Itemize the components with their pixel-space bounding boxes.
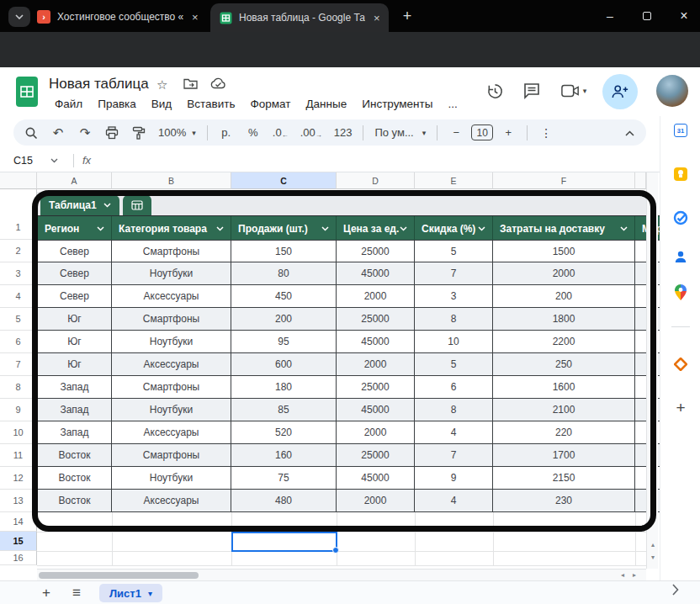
filter-chevron-icon[interactable] <box>400 226 407 231</box>
sheet-tab-list1[interactable]: Лист1 ▾ <box>99 584 162 602</box>
table-cell[interactable]: 3 <box>415 285 493 307</box>
table-cell[interactable]: 150 <box>231 241 337 262</box>
name-box[interactable]: C15 <box>13 155 50 167</box>
name-box-chevron-icon[interactable] <box>50 158 58 163</box>
scroll-down-icon[interactable]: ▾ <box>647 554 659 561</box>
spreadsheet-grid[interactable]: ABCDEF 12345678910111213141516 Таблица1 … <box>0 172 660 580</box>
table-cell[interactable]: Восток <box>37 444 112 466</box>
table-cell[interactable]: 25000 <box>337 376 415 398</box>
table-cell[interactable]: Восток <box>37 490 112 511</box>
table-cell[interactable]: 2000 <box>337 353 415 375</box>
table-cell[interactable]: 1600 <box>493 376 635 398</box>
table-cell[interactable]: 2000 <box>337 285 415 307</box>
table-cell[interactable]: 220 <box>493 421 635 443</box>
show-side-panel-button[interactable] <box>671 584 679 599</box>
table-column-header-1[interactable]: Категория товара <box>112 216 231 241</box>
get-add-ons-button[interactable]: + <box>673 400 688 416</box>
table-cell[interactable]: 25000 <box>337 241 415 262</box>
table-cell[interactable]: 7 <box>415 262 493 284</box>
increase-decimals-button[interactable]: .00→ <box>300 123 322 143</box>
row-header-6[interactable]: 6 <box>0 331 37 353</box>
addon-button[interactable] <box>673 357 688 372</box>
menu-item-3[interactable]: Вставить <box>179 96 242 113</box>
table-cell[interactable]: 25000 <box>337 308 415 330</box>
select-all-corner[interactable] <box>0 172 37 189</box>
paint-format-button[interactable] <box>131 123 146 143</box>
table-cell[interactable]: Север <box>37 262 112 284</box>
font-select[interactable]: По ум...▾ <box>374 123 426 143</box>
window-maximize-button[interactable] <box>628 0 666 32</box>
table-cell[interactable]: Юг <box>37 331 112 352</box>
all-sheets-button[interactable]: ≡ <box>72 585 81 601</box>
contacts-button[interactable] <box>673 249 688 264</box>
table-cell[interactable]: Ноутбуки <box>112 467 231 489</box>
format-percent-button[interactable]: % <box>246 123 261 143</box>
star-document-icon[interactable]: ☆ <box>156 77 167 93</box>
table-cell[interactable]: Запад <box>37 376 112 398</box>
share-button[interactable] <box>602 74 638 109</box>
move-to-folder-icon[interactable] <box>183 77 198 92</box>
table-cell[interactable]: 480 <box>231 490 337 511</box>
sheets-logo-icon[interactable] <box>15 76 39 108</box>
format-currency-button[interactable]: р. <box>219 123 234 143</box>
table-column-header-2[interactable]: Продажи (шт.) <box>231 216 337 241</box>
table-cell[interactable]: 600 <box>231 353 337 375</box>
table-cell[interactable]: Смартфоны <box>112 308 231 330</box>
row-header-8[interactable]: 8 <box>0 376 37 399</box>
table-cell[interactable]: 2000 <box>493 262 635 284</box>
scrollbar-thumb[interactable] <box>39 572 199 579</box>
filter-chevron-icon[interactable] <box>321 226 329 231</box>
table-cell[interactable]: 85 <box>231 399 337 421</box>
row-header-9[interactable]: 9 <box>0 399 37 421</box>
row-header-16[interactable]: 16 <box>0 551 37 565</box>
filter-chevron-icon[interactable] <box>620 226 628 231</box>
filter-chevron-icon[interactable] <box>478 226 485 231</box>
table-cell[interactable]: Смартфоны <box>112 376 231 398</box>
column-header-F[interactable]: F <box>493 172 635 189</box>
toolbar-search-button[interactable] <box>24 123 39 143</box>
table-cell[interactable]: 200 <box>493 285 635 307</box>
table-cell[interactable]: Юг <box>37 308 112 330</box>
browser-tab-hosting[interactable]: › Хостинговое сообщество «Tim × <box>32 3 205 30</box>
table-cell[interactable]: 2000 <box>337 490 415 511</box>
menu-item-0[interactable]: Файл <box>47 96 90 113</box>
maps-button[interactable] <box>673 284 688 299</box>
menu-item-6[interactable]: Инструменты <box>354 96 440 113</box>
toolbar-more-button[interactable]: ⋮ <box>538 123 554 143</box>
column-header-E[interactable]: E <box>415 172 493 189</box>
table-cell[interactable]: 45000 <box>337 331 415 352</box>
column-header-C[interactable]: C <box>231 172 337 189</box>
table-cell[interactable]: 1700 <box>493 444 635 466</box>
table-cell[interactable]: 450 <box>231 285 337 307</box>
row-header-15[interactable]: 15 <box>0 532 37 551</box>
table-cell[interactable]: 7 <box>415 444 493 466</box>
table-cell[interactable]: 10 <box>415 331 493 352</box>
row-header-1[interactable]: 1 <box>0 215 37 240</box>
table-column-header-0[interactable]: Регион <box>37 216 112 241</box>
tab-search-button[interactable] <box>8 7 30 27</box>
table-grid-button[interactable] <box>123 195 151 215</box>
keep-button[interactable] <box>673 167 688 182</box>
table-column-header-5[interactable]: Затраты на доставку <box>493 216 635 241</box>
collapse-toolbar-button[interactable] <box>625 126 634 139</box>
table-cell[interactable]: 2000 <box>337 421 415 443</box>
decrease-decimals-button[interactable]: .0← <box>273 123 289 143</box>
table-cell[interactable]: Аксессуары <box>112 490 231 511</box>
menu-item-2[interactable]: Вид <box>144 96 179 113</box>
version-history-button[interactable] <box>483 79 506 103</box>
table-cell[interactable]: 8 <box>415 399 493 421</box>
table-cell[interactable]: Юг <box>37 353 112 375</box>
table-cell[interactable]: Запад <box>37 421 112 443</box>
table-column-header-3[interactable]: Цена за ед. <box>337 216 415 241</box>
table-name-chip[interactable]: Таблица1 <box>40 195 119 215</box>
menu-item-4[interactable]: Формат <box>242 96 298 113</box>
table-cell[interactable]: 1500 <box>493 241 635 262</box>
more-formats-button[interactable]: 123 <box>334 123 353 143</box>
table-cell[interactable]: 25000 <box>337 444 415 466</box>
new-tab-button[interactable]: + <box>397 6 417 26</box>
table-cell[interactable]: Ноутбуки <box>112 331 231 352</box>
table-cell[interactable]: Север <box>37 285 112 307</box>
meet-button[interactable]: ▾ <box>557 79 591 103</box>
comments-button[interactable] <box>520 79 544 103</box>
cloud-status-icon[interactable] <box>210 77 226 92</box>
